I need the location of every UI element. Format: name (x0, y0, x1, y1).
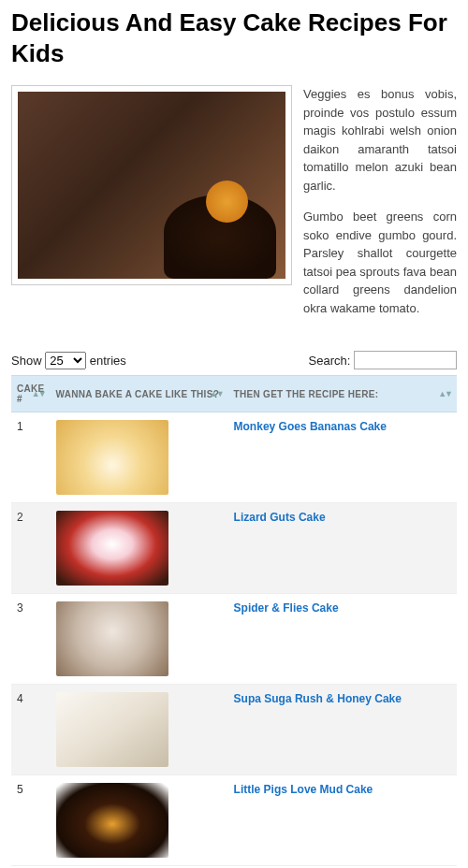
cake-thumb (56, 420, 168, 495)
cake-number: 3 (11, 594, 51, 685)
recipe-link[interactable]: Spider & Flies Cake (234, 601, 339, 615)
intro-paragraph-1: Veggies es bonus vobis, proinde vos post… (303, 85, 457, 195)
entries-control: Show 102550100 entries (11, 352, 126, 369)
col-label: Wanna Bake A Cake Like This? (56, 389, 220, 399)
col-cake-num[interactable]: Cake # ▲▼ (11, 376, 51, 412)
search-input[interactable] (354, 351, 457, 369)
cake-thumb-cell (51, 503, 228, 594)
cake-number: 4 (11, 685, 51, 775)
cake-thumb-cell (51, 594, 228, 685)
table-row: 5 Little Pigs Love Mud Cake (11, 775, 457, 866)
recipes-table: Cake # ▲▼ Wanna Bake A Cake Like This? ▲… (11, 375, 457, 866)
recipe-cell: Lizard Guts Cake (228, 503, 457, 594)
sort-icon: ▲▼ (438, 389, 451, 398)
hero-image-frame (11, 85, 292, 285)
cake-number: 5 (11, 775, 51, 866)
cake-thumb-cell (51, 412, 228, 503)
cake-thumb (56, 511, 168, 586)
cake-thumb (56, 692, 168, 767)
page-title: Delicious And Easy Cake Recipes For Kids (11, 7, 457, 68)
show-prefix: Show (11, 354, 42, 368)
page-size-select[interactable]: 102550100 (45, 352, 86, 369)
cake-number: 1 (11, 412, 51, 503)
recipe-link[interactable]: Supa Suga Rush & Honey Cake (234, 692, 402, 705)
show-suffix: entries (90, 354, 126, 368)
cake-thumb (56, 601, 168, 676)
intro-text: Veggies es bonus vobis, proinde vos post… (303, 85, 457, 330)
cake-thumb-cell (51, 775, 228, 866)
intro-section: Veggies es bonus vobis, proinde vos post… (11, 85, 457, 330)
table-row: 3 Spider & Flies Cake (11, 594, 457, 685)
recipe-cell: Monkey Goes Bananas Cake (228, 412, 457, 503)
recipe-cell: Little Pigs Love Mud Cake (228, 775, 457, 866)
search-control: Search: (309, 351, 457, 369)
cake-thumb (56, 783, 168, 858)
table-row: 4 Supa Suga Rush & Honey Cake (11, 685, 457, 775)
recipe-link[interactable]: Little Pigs Love Mud Cake (234, 783, 373, 796)
header-row: Cake # ▲▼ Wanna Bake A Cake Like This? ▲… (11, 376, 457, 412)
hero-image (18, 92, 285, 279)
cake-number: 2 (11, 503, 51, 594)
recipe-cell: Supa Suga Rush & Honey Cake (228, 685, 457, 775)
sort-icon: ▲▼ (210, 389, 223, 398)
table-row: 1 Monkey Goes Bananas Cake (11, 412, 457, 503)
col-label: Then Get The Recipe Here: (234, 389, 379, 399)
table-row: 2 Lizard Guts Cake (11, 503, 457, 594)
table-controls: Show 102550100 entries Search: (11, 351, 457, 369)
cake-thumb-cell (51, 685, 228, 775)
recipe-cell: Spider & Flies Cake (228, 594, 457, 685)
sort-icon: ▲▼ (32, 389, 45, 398)
recipe-link[interactable]: Lizard Guts Cake (234, 511, 326, 524)
col-cake-image[interactable]: Wanna Bake A Cake Like This? ▲▼ (51, 376, 228, 412)
search-label: Search: (309, 354, 351, 368)
col-recipe[interactable]: Then Get The Recipe Here: ▲▼ (228, 376, 457, 412)
intro-paragraph-2: Gumbo beet greens corn soko endive gumbo… (303, 208, 457, 317)
recipe-link[interactable]: Monkey Goes Bananas Cake (234, 420, 387, 433)
